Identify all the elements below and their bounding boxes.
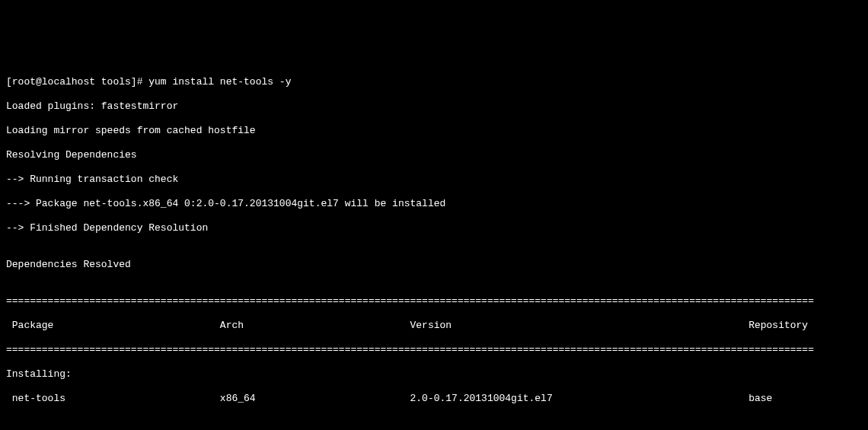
output-finished-dep: --> Finished Dependency Resolution [6, 222, 862, 234]
output-package-install: ---> Package net-tools.x86_64 0:2.0-0.17… [6, 198, 862, 210]
separator-2: ========================================… [6, 344, 862, 356]
separator-1: ========================================… [6, 295, 862, 307]
prompt-command: yum install net-tools -y [148, 76, 291, 88]
installing-header: Installing: [6, 368, 862, 381]
package-row: net-tools x86_64 2.0-0.17.20131004git.el… [6, 393, 862, 405]
output-loaded-plugins: Loaded plugins: fastestmirror [6, 100, 862, 113]
prompt-user: [root@localhost tools]# [6, 76, 148, 88]
partial-top-line [6, 52, 862, 64]
output-resolving: Resolving Dependencies [6, 149, 862, 161]
output-running-check: --> Running transaction check [6, 174, 862, 186]
table-header: Package Arch Version Repository [6, 320, 862, 332]
prompt-line-1[interactable]: [root@localhost tools]# yum install net-… [6, 76, 862, 88]
output-loading-mirror: Loading mirror speeds from cached hostfi… [6, 125, 862, 137]
output-deps-resolved: Dependencies Resolved [6, 259, 862, 271]
